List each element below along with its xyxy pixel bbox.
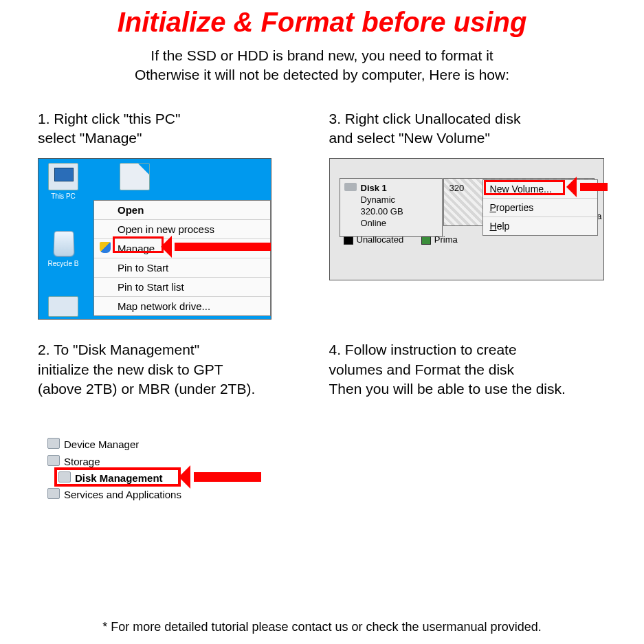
context-menu-this-pc: Open Open in new process Manage Pin to S… — [93, 200, 271, 316]
arrow-icon — [566, 177, 608, 196]
highlight-box-disk-management — [54, 467, 181, 487]
desktop-icon-generic[interactable] — [43, 296, 84, 319]
subtitle-line1: If the SSD or HDD is brand new, you need… — [151, 47, 493, 63]
legend-unallocated-label: Unallocated — [357, 234, 404, 245]
menu-item-pin-to-start[interactable]: Pin to Start — [94, 258, 270, 277]
disk-title: Disk 1 — [361, 183, 436, 195]
legend-primary-label: Prima — [434, 234, 458, 245]
file-icon — [120, 163, 150, 190]
desktop-icon-recycle-bin[interactable]: Recycle B — [43, 227, 84, 267]
arrow-icon — [161, 236, 271, 256]
menu-item-pin-to-start-list[interactable]: Pin to Start list — [94, 277, 270, 296]
step-3-line2: and select "New Volume" — [329, 130, 490, 146]
tree-item-storage-label: Storage — [64, 456, 100, 467]
volume-size: 320 — [449, 183, 465, 193]
step-2-text: 2. To "Disk Management" initialize the n… — [38, 340, 315, 399]
disk-status: Online — [361, 218, 436, 230]
legend-swatch-primary — [421, 236, 431, 245]
tree-item-device-manager-label: Device Manager — [64, 438, 139, 450]
footnote: * For more detailed tutorial please cont… — [0, 620, 644, 634]
tree-item-services-label: Services and Applications — [64, 489, 181, 500]
step-2-line3: (above 2TB) or MBR (under 2TB). — [38, 381, 255, 397]
legend: Unallocated Prima — [344, 234, 458, 245]
step-4-line3: Then you will be able to use the disk. — [329, 381, 566, 397]
step-3: 3. Right click Unallocated disk and sele… — [322, 109, 614, 334]
screenshot-1: This PC Recycle B Open Open in new proce… — [38, 158, 271, 320]
legend-swatch-unallocated — [344, 236, 353, 245]
step-3-text: 3. Right click Unallocated disk and sele… — [329, 109, 607, 148]
device-manager-icon — [47, 438, 60, 449]
step-1: 1. Right click "this PC" select "Manage"… — [31, 109, 322, 334]
desktop-icon-this-pc-label: This PC — [51, 192, 76, 200]
menu-item-properties[interactable]: Properties — [483, 199, 597, 217]
step-4-text: 4. Follow instruction to create volumes … — [329, 340, 607, 399]
step-1-line2: select "Manage" — [38, 130, 142, 146]
menu-item-map-network-drive[interactable]: Map network drive... — [94, 296, 270, 315]
tree-item-services[interactable]: Services and Applications — [38, 487, 244, 503]
page-title: Initialize & Format before using — [0, 0, 644, 38]
subtitle-line2: Otherwise it will not be detected by com… — [135, 67, 509, 82]
step-2-line2: initialize the new disk to GPT — [38, 362, 223, 377]
disk-type: Dynamic — [361, 195, 436, 206]
desktop-icon-recycle-bin-label: Recycle B — [47, 260, 78, 267]
monitor-icon — [48, 163, 78, 190]
desktop-icon-this-pc[interactable]: This PC — [43, 163, 84, 200]
highlight-box-new-volume — [484, 180, 565, 195]
step-1-text: 1. Right click "this PC" select "Manage" — [38, 109, 315, 148]
step-2: 2. To "Disk Management" initialize the n… — [31, 340, 322, 423]
services-icon — [47, 488, 60, 499]
screenshot-3: Disk 1 Dynamic 320.00 GB Online 320 d pa… — [329, 158, 604, 280]
shield-icon — [100, 242, 111, 253]
step-4-line1: 4. Follow instruction to create — [329, 342, 517, 357]
menu-item-open[interactable]: Open — [94, 201, 270, 219]
page-subtitle: If the SSD or HDD is brand new, you need… — [0, 46, 644, 85]
step-4-line2: volumes and Format the disk — [329, 362, 515, 377]
disk-size: 320.00 GB — [361, 206, 436, 218]
tree-item-device-manager[interactable]: Device Manager — [38, 436, 244, 453]
step-3-line1: 3. Right click Unallocated disk — [329, 111, 521, 126]
step-2-line1: 2. To "Disk Management" — [38, 342, 199, 357]
highlight-box-manage — [113, 236, 164, 253]
disk-info-panel: Disk 1 Dynamic 320.00 GB Online — [340, 178, 443, 237]
desktop-icon-file[interactable] — [114, 163, 155, 192]
arrow-icon — [179, 465, 261, 487]
generic-icon — [48, 296, 78, 317]
step-4: 4. Follow instruction to create volumes … — [322, 340, 614, 423]
step-1-line1: 1. Right click "this PC" — [38, 111, 180, 126]
bin-icon — [48, 227, 78, 258]
screenshot-2: Device Manager Storage Disk Management S… — [38, 436, 244, 522]
storage-icon — [47, 455, 60, 466]
menu-item-help[interactable]: Help — [483, 217, 597, 235]
